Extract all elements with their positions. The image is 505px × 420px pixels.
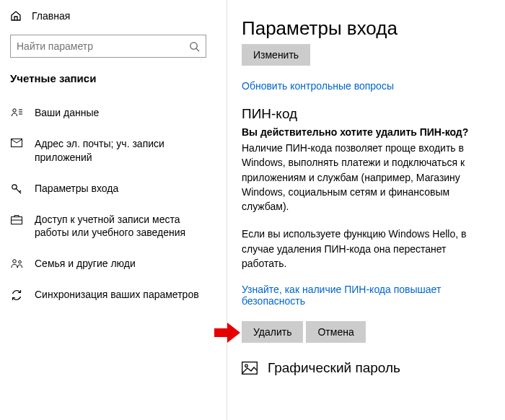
svg-point-13 (18, 261, 21, 264)
key-icon (10, 183, 23, 195)
svg-point-2 (12, 109, 15, 112)
sidebar-item-label: Параметры входа (35, 182, 118, 196)
search-input[interactable] (10, 35, 206, 58)
sidebar-item-your-info[interactable]: Ваши данные (0, 97, 227, 128)
svg-marker-14 (214, 323, 240, 343)
sidebar-item-label: Доступ к учетной записи места работы или… (35, 213, 216, 240)
person-icon (10, 108, 23, 118)
delete-button[interactable]: Удалить (242, 321, 303, 343)
sidebar-item-sign-in-options[interactable]: Параметры входа (0, 173, 227, 204)
sidebar-item-label: Ваши данные (35, 106, 99, 120)
cancel-button[interactable]: Отмена (306, 321, 365, 343)
picture-icon (242, 362, 258, 375)
sidebar-item-label: Адрес эл. почты; уч. записи приложений (35, 137, 216, 165)
picture-password-heading: Графический пароль (268, 360, 400, 376)
update-questions-link[interactable]: Обновить контрольные вопросы (242, 80, 491, 92)
sync-icon (10, 289, 23, 301)
sidebar-item-work-access[interactable]: Доступ к учетной записи места работы или… (0, 204, 227, 249)
svg-point-7 (12, 184, 17, 188)
search-icon (189, 41, 200, 52)
sidebar-section-title: Учетные записи (0, 71, 227, 97)
svg-point-16 (245, 365, 248, 368)
hello-warning: Если вы используете функцию Windows Hell… (242, 227, 491, 271)
people-icon (10, 258, 23, 268)
main-content: Параметры входа Изменить Обновить контро… (227, 0, 505, 420)
sidebar-item-email[interactable]: Адрес эл. почты; уч. записи приложений (0, 128, 227, 173)
svg-point-0 (190, 42, 197, 48)
pin-description: Наличие ПИН-кода позволяет проще входить… (242, 141, 491, 214)
picture-password-section: Графический пароль (242, 360, 491, 376)
confirm-delete-question: Вы действительно хотите удалить ПИН-код? (242, 126, 491, 138)
svg-line-1 (196, 48, 199, 51)
svg-point-12 (12, 260, 16, 263)
sidebar-item-family[interactable]: Семья и другие люди (0, 248, 227, 279)
briefcase-icon (10, 214, 23, 224)
page-title: Параметры входа (242, 17, 491, 40)
confirm-buttons-row: Удалить Отмена (242, 321, 491, 343)
change-button[interactable]: Изменить (242, 44, 310, 66)
highlight-arrow-icon (214, 323, 240, 343)
sidebar: Главная Учетные записи Ваши данные (0, 0, 227, 420)
pin-heading: ПИН-код (242, 106, 491, 122)
sidebar-home[interactable]: Главная (0, 7, 227, 30)
sidebar-home-label: Главная (32, 10, 70, 22)
sidebar-item-sync[interactable]: Синхронизация ваших параметров (0, 279, 227, 310)
sidebar-item-label: Семья и другие люди (35, 257, 136, 271)
learn-more-link[interactable]: Узнайте, как наличие ПИН-кода повышает б… (242, 284, 491, 307)
sidebar-item-label: Синхронизация ваших параметров (35, 288, 199, 302)
search-field[interactable] (17, 40, 189, 52)
svg-line-9 (19, 191, 21, 192)
mail-icon (10, 139, 23, 147)
home-icon (10, 10, 22, 22)
